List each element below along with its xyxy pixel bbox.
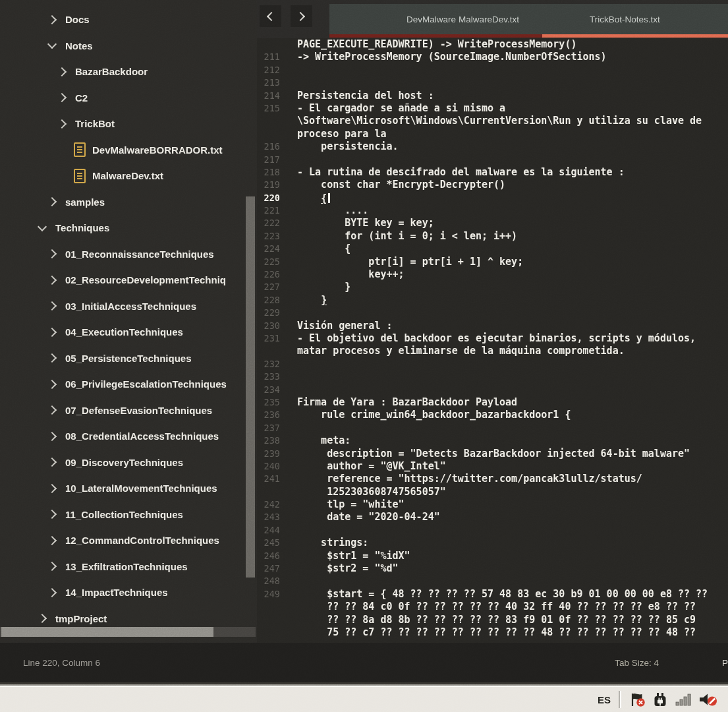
- sidebar-item-BazarBackdoor[interactable]: BazarBackdoor: [0, 59, 257, 85]
- line-number[interactable]: 217: [257, 154, 297, 166]
- line-number[interactable]: 218: [257, 166, 297, 179]
- line-number[interactable]: 220: [257, 192, 297, 204]
- line-number[interactable]: 213: [257, 76, 297, 89]
- tree-item-label: TrickBot: [75, 118, 115, 129]
- line-number[interactable]: 233: [257, 371, 297, 383]
- line-number[interactable]: [257, 38, 297, 51]
- chevron-icon: [47, 249, 57, 258]
- syntax-name-truncated[interactable]: P: [722, 643, 728, 682]
- signal-strength-icon[interactable]: [674, 692, 692, 707]
- line-number[interactable]: 227: [257, 281, 297, 293]
- line-number[interactable]: 235: [257, 396, 297, 409]
- line-number[interactable]: 223: [257, 230, 297, 243]
- line-number[interactable]: 236: [257, 409, 297, 421]
- sidebar-item-01_ReconnaissanceTechniques[interactable]: 01_ReconnaissanceTechniques: [0, 241, 257, 268]
- line-number[interactable]: 228: [257, 294, 297, 307]
- code-text: $start = { 48 ?? ?? ?? ?? 57 48 83 ec 30…: [297, 588, 708, 601]
- sidebar-item-03_InitialAccessTechniques[interactable]: 03_InitialAccessTechniques: [0, 293, 257, 320]
- sidebar-item-14_ImpactTechniques[interactable]: 14_ImpactTechniques: [0, 579, 257, 606]
- line-number[interactable]: [257, 626, 297, 639]
- sidebar-item-11_CollectionTechniques[interactable]: 11_CollectionTechniques: [0, 502, 257, 528]
- code-text: PAGE_EXECUTE_READWRITE) -> WriteProcessM…: [297, 38, 576, 51]
- caret-position-status[interactable]: Line 220, Column 6: [23, 658, 100, 668]
- sidebar-item-08_CredentialAccessTechniques[interactable]: 08_CredentialAccessTechniques: [0, 423, 257, 450]
- line-number[interactable]: [257, 345, 297, 357]
- line-number[interactable]: 219: [257, 179, 297, 191]
- sidebar-vertical-scrollbar[interactable]: [246, 196, 255, 578]
- sidebar-item-DevMalwareBORRADOR.txt[interactable]: DevMalwareBORRADOR.txt: [0, 137, 257, 163]
- code-line: 231 - El objetivo del backdoor es ejecut…: [257, 332, 728, 345]
- language-indicator[interactable]: ES: [598, 694, 611, 705]
- line-number[interactable]: 241: [257, 473, 297, 485]
- sidebar-item-TrickBot[interactable]: TrickBot: [0, 111, 257, 137]
- line-number[interactable]: 242: [257, 498, 297, 511]
- line-number[interactable]: 225: [257, 256, 297, 268]
- navigate-forward-button[interactable]: [291, 5, 312, 27]
- sidebar-item-MalwareDev.txt[interactable]: MalwareDev.txt: [0, 163, 257, 189]
- line-number[interactable]: 243: [257, 511, 297, 523]
- code-line: ?? ?? 8a d8 8b ?? ?? ?? ?? ?? 83 f9 01 0…: [257, 614, 728, 626]
- line-number[interactable]: 247: [257, 562, 297, 575]
- line-number[interactable]: 212: [257, 64, 297, 76]
- line-number[interactable]: 226: [257, 268, 297, 281]
- line-number[interactable]: 214: [257, 90, 297, 102]
- code-text: meta:: [297, 434, 350, 447]
- tab-DevMalwareBO[interactable]: DevMalwareBO: [406, 4, 457, 34]
- line-number[interactable]: [257, 128, 297, 140]
- power-plug-icon[interactable]: [652, 691, 668, 708]
- sidebar-item-12_CommandControlTechniques[interactable]: 12_CommandControlTechniques: [0, 527, 257, 554]
- sidebar-item-Techniques[interactable]: Techniques: [0, 215, 257, 241]
- tab-TrickBot-Notes.txt[interactable]: TrickBot-Notes.txt: [590, 4, 672, 34]
- line-number[interactable]: [257, 601, 297, 613]
- volume-muted-icon[interactable]: [698, 691, 718, 708]
- line-number[interactable]: 224: [257, 243, 297, 255]
- sidebar-item-10_LateralMovementTechniques[interactable]: 10_LateralMovementTechniques: [0, 475, 257, 502]
- line-number[interactable]: 238: [257, 434, 297, 447]
- line-number[interactable]: 249: [257, 588, 297, 601]
- line-number[interactable]: 244: [257, 524, 297, 537]
- tab-size-status[interactable]: Tab Size: 4: [615, 658, 659, 668]
- sidebar-item-07_DefenseEvasionTechniques[interactable]: 07_DefenseEvasionTechniques: [0, 398, 257, 424]
- line-number[interactable]: 215: [257, 102, 297, 115]
- line-number[interactable]: 232: [257, 358, 297, 371]
- line-number[interactable]: [257, 614, 297, 626]
- tab-MalwareDev.txt[interactable]: MalwareDev.txt: [459, 4, 524, 34]
- sidebar-item-samples[interactable]: samples: [0, 189, 257, 216]
- line-number[interactable]: 222: [257, 217, 297, 229]
- code-text: key++;: [297, 268, 405, 281]
- line-number[interactable]: 230: [257, 320, 297, 332]
- line-number[interactable]: 221: [257, 204, 297, 217]
- sidebar-item-04_ExecutionTechniques[interactable]: 04_ExecutionTechniques: [0, 319, 257, 345]
- flag-alert-icon[interactable]: [629, 691, 646, 708]
- line-number[interactable]: 240: [257, 460, 297, 473]
- line-number[interactable]: 248: [257, 575, 297, 587]
- line-number[interactable]: [257, 486, 297, 498]
- code-line: \Software\Microsoft\Windows\CurrentVersi…: [257, 115, 728, 127]
- line-number[interactable]: 216: [257, 140, 297, 153]
- line-number[interactable]: 231: [257, 332, 297, 345]
- code-text: for (int i = 0; i < len; i++): [297, 230, 517, 243]
- line-number[interactable]: 234: [257, 384, 297, 396]
- line-number[interactable]: 239: [257, 448, 297, 460]
- navigate-back-button[interactable]: [260, 5, 281, 27]
- sidebar-item-06_PrivilegeEscalationTechniques[interactable]: 06_PrivilegeEscalationTechniques: [0, 371, 257, 398]
- sidebar-item-05_PersistenceTechniques[interactable]: 05_PersistenceTechniques: [0, 345, 257, 372]
- line-number[interactable]: [257, 115, 297, 127]
- code-text: 1252303608747565057": [297, 486, 446, 498]
- editor-code-area[interactable]: PAGE_EXECUTE_READWRITE) -> WriteProcessM…: [257, 38, 728, 643]
- sidebar-item-Docs[interactable]: Docs: [0, 7, 257, 33]
- line-number[interactable]: 211: [257, 51, 297, 63]
- code-line: 219 const char *Encrypt-Decrypter(): [257, 179, 728, 191]
- sidebar-item-Notes[interactable]: Notes: [0, 33, 257, 59]
- sidebar-item-02_ResourceDevelopmentTechniq[interactable]: 02_ResourceDevelopmentTechniq: [0, 267, 257, 293]
- code-line: 1252303608747565057": [257, 486, 728, 498]
- tree-item-label: 06_PrivilegeEscalationTechniques: [65, 378, 227, 390]
- line-number[interactable]: 229: [257, 307, 297, 319]
- line-number[interactable]: 237: [257, 422, 297, 434]
- sidebar-item-C2[interactable]: C2: [0, 85, 257, 111]
- sidebar-item-09_DiscoveryTechniques[interactable]: 09_DiscoveryTechniques: [0, 450, 257, 476]
- sidebar-item-13_ExfiltrationTechniques[interactable]: 13_ExfiltrationTechniques: [0, 554, 257, 580]
- line-number[interactable]: 246: [257, 550, 297, 562]
- line-number[interactable]: 245: [257, 537, 297, 549]
- sidebar-horizontal-scrollbar[interactable]: [1, 627, 213, 637]
